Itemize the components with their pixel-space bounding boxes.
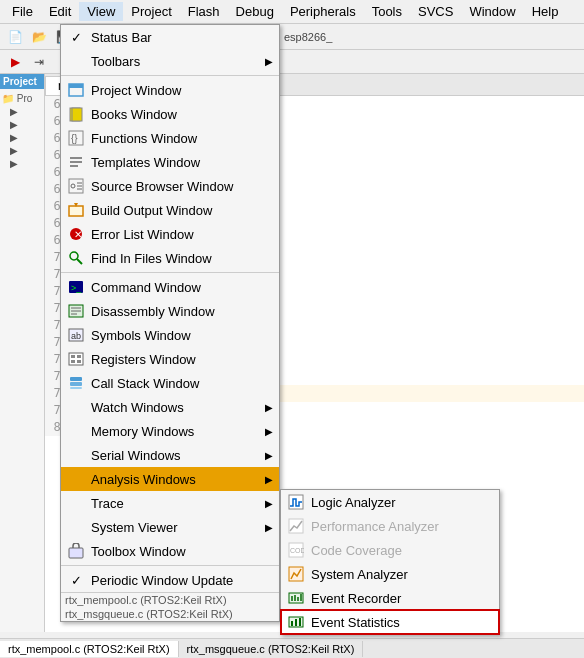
toolbars-arrow: ▶ [265,56,273,67]
analysis-icon [65,470,87,488]
menu-symbols[interactable]: ab Symbols Window [61,323,279,347]
menu-help[interactable]: Help [524,2,567,21]
tree-item-3[interactable]: ▶ [10,119,42,130]
submenu-event-statistics[interactable]: Event Statistics [281,610,499,634]
target-label: esp8266_ [284,31,332,43]
menu-functions-window[interactable]: {} Functions Window [61,126,279,150]
templates-icon [65,153,87,171]
event-recorder-icon [285,589,307,607]
toolbox-icon [65,542,87,560]
menu-periodic-update[interactable]: ✓ Periodic Window Update [61,568,279,592]
status-bar-check: ✓ [65,28,87,46]
sidebar: Project 📁 Pro ▶ ▶ ▶ ▶ ▶ [0,74,45,632]
debug-start[interactable]: ▶ [4,51,26,73]
serial-icon [65,446,87,464]
menu-analysis-windows[interactable]: Analysis Windows ▶ [61,467,279,491]
view-menu-dropdown[interactable]: ✓ Status Bar Toolbars ▶ Project Window [60,24,280,622]
svg-rect-31 [71,360,75,363]
menu-project-window[interactable]: Project Window [61,78,279,102]
menu-system-viewer[interactable]: System Viewer ▶ [61,515,279,539]
tree-item-1[interactable]: 📁 Pro [2,93,42,104]
tree-item-2[interactable]: ▶ [10,106,42,117]
menu-serial-windows[interactable]: Serial Windows ▶ [61,443,279,467]
call-stack-icon [65,374,87,392]
svg-rect-36 [69,548,83,558]
svg-rect-49 [295,619,297,626]
disassembly-icon [65,302,87,320]
tree-item-6[interactable]: ▶ [10,158,42,169]
submenu-event-recorder[interactable]: Event Recorder [281,586,499,610]
menu-registers[interactable]: Registers Window [61,347,279,371]
periodic-check: ✓ [65,571,87,589]
menu-command-window[interactable]: >_ Command Window [61,275,279,299]
menu-file[interactable]: File [4,2,41,21]
menu-toolbars[interactable]: Toolbars ▶ [61,49,279,73]
menu-footer-tab1[interactable]: rtx_mempool.c (RTOS2:Keil RtX) [61,592,279,607]
bottom-tab-1[interactable]: rtx_mempool.c (RTOS2:Keil RtX) [0,641,179,657]
menu-templates-window[interactable]: Templates Window [61,150,279,174]
source-browser-icon [65,177,87,195]
menu-memory-windows[interactable]: Memory Windows ▶ [61,419,279,443]
menu-footer-tab2[interactable]: rtx_msgqueue.c (RTOS2:Keil RtX) [61,607,279,621]
step-over[interactable]: ⇥ [28,51,50,73]
svg-rect-30 [77,355,81,358]
menu-window[interactable]: Window [461,2,523,21]
submenu-performance-analyzer[interactable]: Performance Analyzer [281,514,499,538]
menu-find-in-files[interactable]: Find In Files Window [61,246,279,270]
menu-build-output[interactable]: Build Output Window [61,198,279,222]
analysis-submenu[interactable]: Logic Analyzer Performance Analyzer CODE… [280,489,500,635]
submenu-code-coverage[interactable]: CODE Code Coverage [281,538,499,562]
bottom-tabs: rtx_mempool.c (RTOS2:Keil RtX) rtx_msgqu… [0,638,584,658]
event-statistics-icon [285,613,307,631]
svg-text:{}: {} [71,133,78,144]
menu-error-list[interactable]: ✕ Error List Window [61,222,279,246]
system-viewer-icon [65,518,87,536]
menu-disassembly[interactable]: Disassembly Window [61,299,279,323]
tree-item-5[interactable]: ▶ [10,145,42,156]
sidebar-tab[interactable]: Project [0,74,44,89]
menu-view[interactable]: View [79,2,123,21]
bottom-tab-2[interactable]: rtx_msgqueue.c (RTOS2:Keil RtX) [179,641,364,657]
project-window-icon [65,81,87,99]
svg-rect-33 [70,377,82,381]
menu-call-stack[interactable]: Call Stack Window [61,371,279,395]
menu-toolbox[interactable]: Toolbox Window [61,539,279,563]
svg-rect-34 [70,382,82,386]
menu-edit[interactable]: Edit [41,2,79,21]
menu-trace[interactable]: Trace ▶ [61,491,279,515]
menu-status-bar[interactable]: ✓ Status Bar [61,25,279,49]
menu-flash[interactable]: Flash [180,2,228,21]
menu-watch-windows[interactable]: Watch Windows ▶ [61,395,279,419]
svg-text:CODE: CODE [290,547,304,554]
menu-tools[interactable]: Tools [364,2,410,21]
svg-rect-50 [299,618,301,626]
svg-rect-35 [70,387,82,389]
open-btn[interactable]: 📂 [28,26,50,48]
menubar: File Edit View Project Flash Debug Perip… [0,0,584,24]
svg-rect-3 [72,108,82,121]
submenu-logic-analyzer[interactable]: Logic Analyzer [281,490,499,514]
new-btn[interactable]: 📄 [4,26,26,48]
system-viewer-arrow: ▶ [265,522,273,533]
code-coverage-icon: CODE [285,541,307,559]
menu-peripherals[interactable]: Peripherals [282,2,364,21]
svg-point-18 [70,252,78,260]
menu-books-window[interactable]: Books Window [61,102,279,126]
trace-icon [65,494,87,512]
toolbars-icon [65,52,87,70]
menu-debug[interactable]: Debug [228,2,282,21]
analysis-arrow: ▶ [265,474,273,485]
performance-analyzer-icon [285,517,307,535]
submenu-system-analyzer[interactable]: System Analyzer [281,562,499,586]
menu-svcs[interactable]: SVCS [410,2,461,21]
error-list-icon: ✕ [65,225,87,243]
watch-arrow: ▶ [265,402,273,413]
svg-text:>_: >_ [71,283,82,293]
svg-rect-29 [71,355,75,358]
find-in-files-icon [65,249,87,267]
tree-item-4[interactable]: ▶ [10,132,42,143]
registers-icon [65,350,87,368]
menu-source-browser[interactable]: Source Browser Window [61,174,279,198]
system-analyzer-icon [285,565,307,583]
menu-project[interactable]: Project [123,2,179,21]
